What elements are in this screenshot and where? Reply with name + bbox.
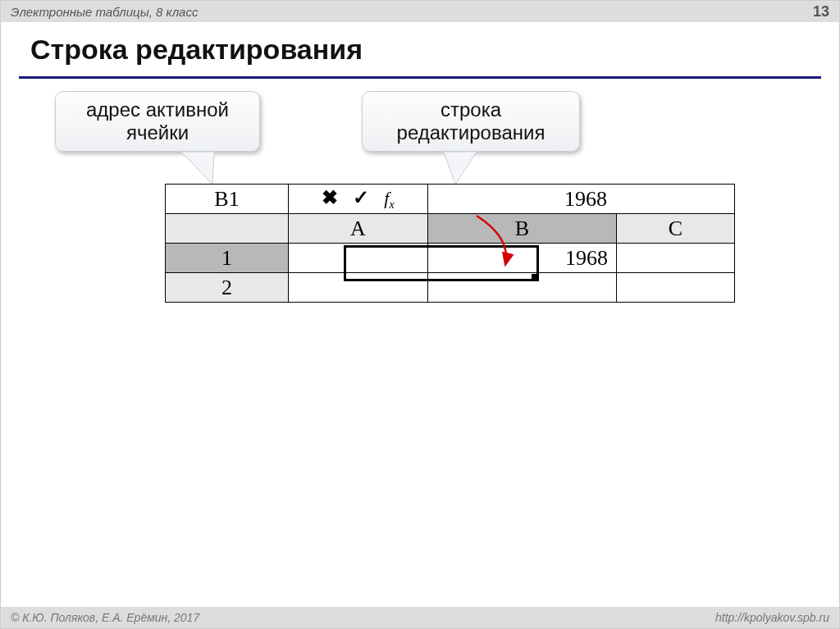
cell-B2[interactable] bbox=[428, 273, 617, 303]
footer-url: http://kpolyakov.spb.ru bbox=[715, 611, 829, 624]
cell-A1[interactable] bbox=[289, 244, 428, 273]
cell-A2[interactable] bbox=[289, 273, 428, 303]
slide-title: Строка редактирования bbox=[30, 34, 363, 66]
row-2: 2 bbox=[166, 273, 735, 303]
header-subject: Электронные таблицы, 8 класс bbox=[11, 5, 198, 19]
row-header-1[interactable]: 1 bbox=[166, 244, 289, 273]
cell-C1[interactable] bbox=[617, 244, 735, 273]
name-box[interactable]: B1 bbox=[166, 185, 289, 214]
slide-header: Электронные таблицы, 8 класс 13 bbox=[1, 1, 839, 22]
col-header-C[interactable]: C bbox=[617, 214, 735, 244]
page-number: 13 bbox=[813, 3, 829, 21]
col-header-B[interactable]: B bbox=[428, 214, 617, 244]
fx-icon[interactable]: fx bbox=[384, 188, 394, 208]
formula-edit-input[interactable]: 1968 bbox=[428, 185, 735, 214]
slide-footer: © К.Ю. Поляков, Е.А. Ерёмин, 2017 http:/… bbox=[1, 607, 839, 628]
cell-B1[interactable]: 1968 bbox=[428, 244, 617, 273]
spreadsheet-mock: B1 ✖ ✓ fx 1968 A B C 1 1968 2 bbox=[165, 184, 735, 303]
footer-copyright: © К.Ю. Поляков, Е.А. Ерёмин, 2017 bbox=[11, 611, 199, 624]
callout-edit-line: строка редактирования bbox=[362, 91, 580, 152]
cancel-icon[interactable]: ✖ bbox=[322, 187, 343, 208]
formula-bar-row: B1 ✖ ✓ fx 1968 bbox=[166, 185, 735, 214]
callout-active-cell-address: адрес активной ячейки bbox=[55, 91, 260, 152]
row-header-2[interactable]: 2 bbox=[166, 273, 289, 303]
select-all-corner[interactable] bbox=[166, 214, 289, 244]
formula-bar-buttons: ✖ ✓ fx bbox=[289, 185, 428, 214]
accept-icon[interactable]: ✓ bbox=[353, 187, 374, 208]
fill-handle[interactable] bbox=[532, 274, 538, 280]
column-header-row: A B C bbox=[166, 214, 735, 244]
svg-marker-0 bbox=[181, 152, 214, 185]
row-1: 1 1968 bbox=[166, 244, 735, 273]
cell-C2[interactable] bbox=[617, 273, 735, 303]
col-header-A[interactable]: A bbox=[289, 214, 428, 244]
title-underline bbox=[19, 76, 821, 79]
svg-marker-1 bbox=[444, 152, 477, 185]
